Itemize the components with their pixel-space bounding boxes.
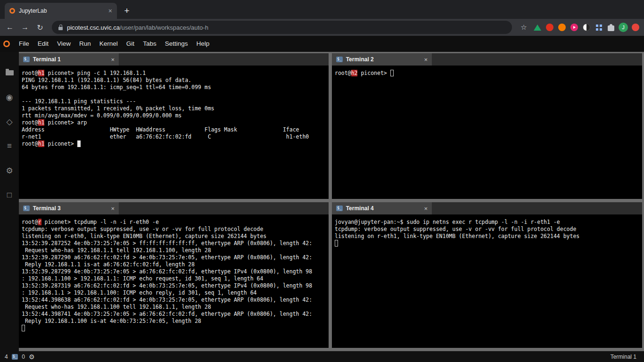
terminal-status-icon[interactable]: $_ (12, 354, 18, 360)
browser-tab[interactable]: JupyterLab × (5, 3, 117, 19)
red-extension-icon[interactable] (631, 23, 640, 32)
menu-view[interactable]: View (53, 36, 75, 52)
url-path: /user/pan/lab/workspaces/auto-h (120, 24, 208, 31)
grid-extension-icon[interactable] (594, 23, 603, 32)
terminal-panel-3: $_ Terminal 3 × root@r piconet> tcpdump … (19, 202, 329, 348)
orange-extension-icon[interactable] (557, 23, 567, 32)
dock-area: $_ Terminal 1 × root@h1 piconet> ping -c… (19, 52, 644, 351)
terminal-icon: $_ (336, 206, 343, 211)
reload-icon[interactable]: ↻ (34, 23, 46, 32)
darkmode-extension-icon[interactable] (582, 23, 591, 32)
terminal-tab-close-icon[interactable]: × (111, 205, 115, 212)
terminal-body[interactable]: root@h2 piconet> (332, 66, 642, 199)
kernel-count: 0 (22, 354, 25, 360)
forward-icon[interactable]: → (19, 23, 31, 32)
url-text: picotest.csc.uvic.ca/user/pan/lab/worksp… (67, 24, 208, 31)
screen: JupyterLab × + ← → ↻ picotest.csc.uvic.c… (0, 0, 644, 362)
terminal-tab-close-icon[interactable]: × (111, 56, 115, 63)
extensions-puzzle-icon[interactable] (606, 23, 616, 32)
terminal-tab[interactable]: $_ Terminal 1 × (19, 53, 119, 66)
extension-manager-icon[interactable]: □ (0, 190, 19, 200)
terminal-body[interactable]: root@h1 piconet> ping -c 1 192.168.1.1PI… (19, 66, 329, 199)
terminal-tab[interactable]: $_ Terminal 3 × (19, 202, 119, 214)
terminal-icon: $_ (23, 57, 30, 62)
terminal-panel-4: $_ Terminal 4 × jovyan@jupyter-pan:~$ su… (332, 202, 642, 348)
terminal-count: 4 (5, 354, 8, 360)
terminal-icon: $_ (23, 206, 30, 211)
menu-kernel[interactable]: Kernel (95, 36, 122, 52)
terminal-tab-title: Terminal 4 (346, 205, 421, 212)
drive-extension-icon[interactable] (533, 23, 542, 32)
terminal-body[interactable]: root@r piconet> tcpdump -l -n -i r-eth0 … (19, 214, 329, 348)
terminal-tab-bar: $_ Terminal 2 × (332, 53, 642, 66)
terminal-panel-2: $_ Terminal 2 × root@h2 piconet> (332, 53, 642, 199)
settings-icon[interactable]: ⚙ (0, 166, 19, 175)
terminal-tab[interactable]: $_ Terminal 4 × (332, 202, 432, 214)
browser-tab-title: JupyterLab (19, 8, 105, 14)
property-inspector-icon[interactable]: ≡ (0, 141, 19, 151)
terminal-tab-title: Terminal 2 (346, 56, 421, 63)
running-sessions-icon[interactable]: ◉ (0, 92, 19, 102)
current-tab-label: Terminal 1 (611, 354, 639, 360)
menu-settings[interactable]: Settings (161, 36, 192, 52)
menu-file[interactable]: File (15, 36, 33, 52)
terminal-tab-bar: $_ Terminal 4 × (332, 202, 642, 214)
adblock-extension-icon[interactable] (545, 23, 554, 32)
status-bar: 4 $_ 0 ⚙ Terminal 1 (0, 351, 644, 362)
browser-tab-strip: JupyterLab × + (0, 0, 644, 19)
browser-toolbar: ← → ↻ picotest.csc.uvic.ca/user/pan/lab/… (0, 19, 644, 36)
url-host: picotest.csc.uvic.ca (67, 24, 120, 31)
menu-edit[interactable]: Edit (33, 36, 53, 52)
terminal-body[interactable]: jovyan@jupyter-pan:~$ sudo ip netns exec… (332, 214, 642, 348)
jupyterlab-logo-icon (3, 41, 10, 47)
menu-run[interactable]: Run (75, 36, 95, 52)
terminal-icon: $_ (336, 57, 343, 62)
terminal-tab-close-icon[interactable]: × (424, 205, 428, 212)
back-icon[interactable]: ← (4, 23, 16, 32)
video-extension-icon[interactable] (570, 23, 579, 32)
menu-tabs[interactable]: Tabs (139, 36, 161, 52)
bookmark-star-icon[interactable]: ☆ (518, 23, 530, 32)
tab-close-icon[interactable]: × (108, 7, 112, 15)
file-browser-icon[interactable] (0, 68, 19, 77)
git-icon[interactable]: ◇ (0, 117, 19, 126)
left-sidebar: ◉ ◇ ≡ ⚙ □ (0, 52, 19, 351)
kernel-status-icon[interactable]: ⚙ (29, 353, 35, 361)
jupyterlab-favicon-icon (9, 8, 15, 14)
url-bar[interactable]: picotest.csc.uvic.ca/user/pan/lab/worksp… (52, 21, 512, 34)
lock-icon (58, 27, 63, 30)
terminal-tab-title: Terminal 3 (33, 205, 108, 212)
menu-help[interactable]: Help (192, 36, 214, 52)
terminal-tab-title: Terminal 1 (33, 56, 108, 63)
profile-avatar[interactable]: J (619, 23, 628, 32)
terminal-tab-bar: $_ Terminal 1 × (19, 53, 329, 66)
terminal-tab-close-icon[interactable]: × (424, 56, 428, 63)
menu-git[interactable]: Git (122, 36, 139, 52)
jupyterlab-menu-bar: File Edit View Run Kernel Git Tabs Setti… (0, 36, 644, 52)
terminal-panel-1: $_ Terminal 1 × root@h1 piconet> ping -c… (19, 53, 329, 199)
new-tab-button[interactable]: + (120, 4, 134, 18)
terminal-tab-bar: $_ Terminal 3 × (19, 202, 329, 214)
terminal-tab[interactable]: $_ Terminal 2 × (332, 53, 432, 66)
